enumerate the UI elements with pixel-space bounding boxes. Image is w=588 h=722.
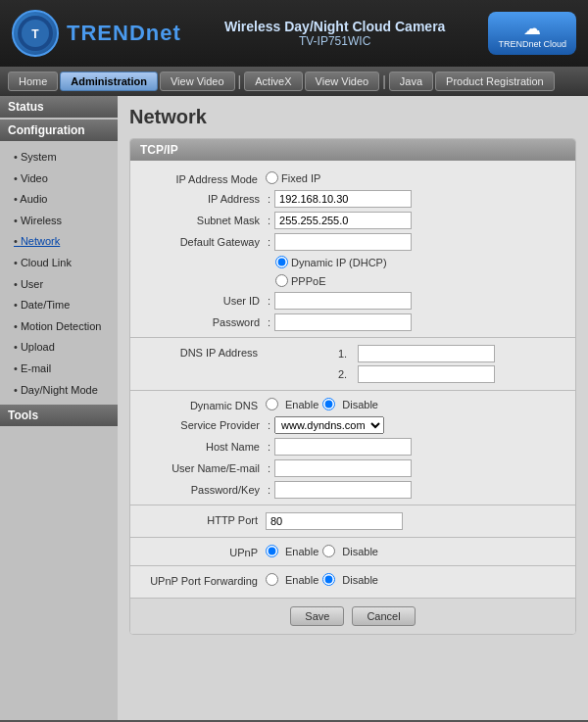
sidebar-section-tools: Tools xyxy=(0,405,118,426)
device-model: TV-IP751WIC xyxy=(224,34,446,48)
row-upnp-port-forwarding: UPnP Port Forwarding Enable Disable xyxy=(130,570,575,590)
dns-num-1: 1. xyxy=(338,348,354,360)
default-gateway-input[interactable] xyxy=(274,233,412,251)
ip-address-label: IP Address xyxy=(160,193,268,205)
logo-icon: T xyxy=(12,10,59,57)
header-center: Wireless Day/Night Cloud Camera TV-IP751… xyxy=(224,19,446,48)
dns1-input[interactable] xyxy=(358,345,495,362)
sidebar-item-network[interactable]: Network xyxy=(0,231,118,253)
divider-3 xyxy=(130,505,575,505)
sp-colon: : xyxy=(268,419,270,431)
sidebar: Status Configuration System Video Audio … xyxy=(0,96,118,720)
sidebar-item-audio[interactable]: Audio xyxy=(0,189,118,211)
sidebar-item-user[interactable]: User xyxy=(0,274,118,296)
content: Network TCP/IP IP Address Mode Fixed IP xyxy=(118,96,588,720)
ip-address-colon: : xyxy=(268,193,270,205)
divider-5 xyxy=(130,565,575,566)
row-host-name: Host Name : xyxy=(130,436,575,457)
sidebar-item-cloud-link[interactable]: Cloud Link xyxy=(0,253,118,274)
sidebar-section-status: Status xyxy=(0,96,118,118)
row-ip-mode: IP Address Mode Fixed IP xyxy=(130,168,575,188)
upnp-disable-label: Disable xyxy=(342,546,378,557)
subnet-colon: : xyxy=(268,215,270,226)
sidebar-item-wireless[interactable]: Wireless xyxy=(0,211,118,232)
cloud-icon: ☁ xyxy=(498,18,566,39)
nav-view-video-2[interactable]: View Video xyxy=(305,72,380,91)
logo-area: T TRENDnet xyxy=(12,10,181,57)
main-layout: Status Configuration System Video Audio … xyxy=(0,96,588,720)
fixed-ip-label: Fixed IP xyxy=(281,172,320,184)
dynamic-dns-value: Enable Disable xyxy=(266,398,567,410)
sidebar-section-configuration: Configuration xyxy=(0,120,118,141)
sidebar-item-email[interactable]: E-mail xyxy=(0,359,118,380)
row-dns: DNS IP Address 1. 2. xyxy=(130,342,575,386)
upnp-label: UPnP xyxy=(138,545,266,558)
row-user-id: User ID : xyxy=(130,290,575,312)
password-input[interactable] xyxy=(274,313,412,331)
row-username-email: User Name/E-mail : xyxy=(130,457,575,479)
nav-home[interactable]: Home xyxy=(8,72,58,91)
row-dynamic-ip: Dynamic IP (DHCP) xyxy=(130,253,575,271)
sidebar-items-configuration: System Video Audio Wireless Network Clou… xyxy=(0,143,118,405)
cancel-button[interactable]: Cancel xyxy=(352,606,415,626)
dns2-input[interactable] xyxy=(358,365,495,383)
ddns-enable-label: Enable xyxy=(285,399,318,410)
user-id-input[interactable] xyxy=(274,292,412,310)
divider-4 xyxy=(130,537,575,538)
row-upnp: UPnP Enable Disable xyxy=(130,542,575,561)
ddns-enable-radio[interactable] xyxy=(266,398,278,410)
save-button[interactable]: Save xyxy=(290,606,344,626)
header: T TRENDnet Wireless Day/Night Cloud Came… xyxy=(0,0,588,67)
username-email-input[interactable] xyxy=(274,459,412,477)
ip-mode-value: Fixed IP xyxy=(266,171,567,184)
upnp-pf-disable-label: Disable xyxy=(342,574,378,586)
dynamic-ip-radio[interactable] xyxy=(275,256,288,268)
http-port-value xyxy=(266,512,567,530)
fixed-ip-radio[interactable] xyxy=(266,171,278,184)
nav-java[interactable]: Java xyxy=(389,72,433,91)
form-panel: TCP/IP IP Address Mode Fixed IP IP A xyxy=(129,138,576,635)
row-dynamic-dns: Dynamic DNS Enable Disable xyxy=(130,395,575,414)
password-key-label: Password/Key xyxy=(160,484,268,496)
upnp-enable-radio[interactable] xyxy=(266,545,278,557)
ip-address-input[interactable] xyxy=(274,190,412,208)
sidebar-item-datetime[interactable]: Date/Time xyxy=(0,295,118,316)
sidebar-item-upload[interactable]: Upload xyxy=(0,337,118,359)
subnet-mask-label: Subnet Mask xyxy=(160,215,268,226)
ddns-disable-label: Disable xyxy=(342,399,378,410)
ddns-disable-radio[interactable] xyxy=(322,398,335,410)
sidebar-item-system[interactable]: System xyxy=(0,147,118,168)
upnp-pf-enable-radio[interactable] xyxy=(266,573,278,586)
upnp-pf-disable-radio[interactable] xyxy=(322,573,335,586)
nav-activex[interactable]: ActiveX xyxy=(244,72,302,91)
password-key-input[interactable] xyxy=(274,481,412,499)
row-ip-address: IP Address : xyxy=(130,188,575,210)
service-provider-select[interactable]: www.dyndns.com xyxy=(274,416,384,434)
cloud-label: TRENDnet Cloud xyxy=(498,39,566,49)
nav-administration[interactable]: Administration xyxy=(60,72,158,91)
password-label: Password xyxy=(160,316,268,328)
upnp-disable-radio[interactable] xyxy=(322,545,335,557)
sidebar-item-motion-detection[interactable]: Motion Detection xyxy=(0,316,118,338)
row-password-key: Password/Key : xyxy=(130,479,575,501)
upnp-pf-enable-label: Enable xyxy=(285,574,318,586)
nav-sep-1: | xyxy=(237,73,243,89)
pk-colon: : xyxy=(268,484,270,496)
sidebar-item-daynight[interactable]: Day/Night Mode xyxy=(0,380,118,402)
nav-view-video-1[interactable]: View Video xyxy=(160,72,235,91)
button-row: Save Cancel xyxy=(130,598,575,634)
sidebar-item-video[interactable]: Video xyxy=(0,168,118,190)
user-id-label: User ID xyxy=(160,295,268,307)
subnet-mask-input[interactable] xyxy=(274,212,412,229)
row-password: Password : xyxy=(130,312,575,333)
nav-product-registration[interactable]: Product Registration xyxy=(435,72,555,91)
row-subnet-mask: Subnet Mask : xyxy=(130,210,575,231)
upnp-enable-label: Enable xyxy=(285,546,318,557)
host-name-input[interactable] xyxy=(274,438,412,456)
dns-value: 1. 2. xyxy=(266,345,567,383)
upnp-value: Enable Disable xyxy=(266,545,567,557)
http-port-input[interactable] xyxy=(266,512,403,530)
device-title: Wireless Day/Night Cloud Camera xyxy=(224,19,446,34)
pppoe-radio[interactable] xyxy=(275,274,288,287)
row-service-provider: Service Provider : www.dyndns.com xyxy=(130,414,575,436)
